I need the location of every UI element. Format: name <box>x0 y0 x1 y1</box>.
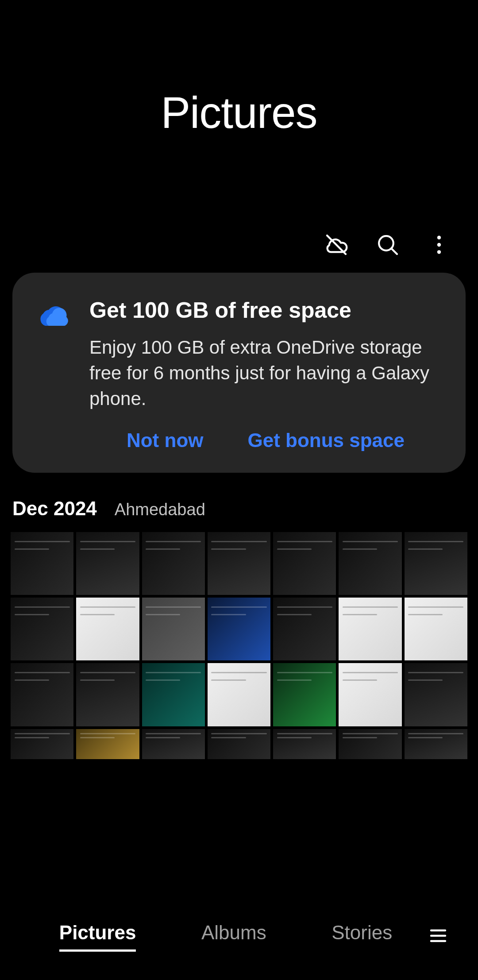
photo-thumbnail[interactable] <box>339 598 401 660</box>
promo-actions: Not now Get bonus space <box>89 429 442 451</box>
photo-thumbnail[interactable] <box>142 663 205 726</box>
photo-thumbnail[interactable] <box>273 532 336 595</box>
photo-thumbnail[interactable] <box>11 663 73 726</box>
nav-tab-pictures[interactable]: Pictures <box>59 922 136 950</box>
onedrive-cloud-icon <box>36 297 72 333</box>
photo-thumbnail[interactable] <box>339 663 401 726</box>
nav-tabs: PicturesAlbumsStories <box>27 922 425 950</box>
promo-body: Get 100 GB of free space Enjoy 100 GB of… <box>89 297 442 451</box>
svg-line-2 <box>391 248 397 254</box>
photo-thumbnail[interactable] <box>405 532 467 595</box>
photo-thumbnail[interactable] <box>273 729 336 759</box>
photo-grid <box>0 532 478 759</box>
hamburger-menu-icon[interactable] <box>425 922 451 949</box>
svg-point-4 <box>437 243 441 247</box>
photo-thumbnail[interactable] <box>76 729 139 759</box>
section-header: Dec 2024 Ahmedabad <box>0 473 478 532</box>
photo-thumbnail[interactable] <box>142 532 205 595</box>
svg-point-3 <box>437 235 441 239</box>
action-row <box>0 225 478 265</box>
photo-thumbnail[interactable] <box>273 663 336 726</box>
photo-thumbnail[interactable] <box>208 598 270 660</box>
promo-description: Enjoy 100 GB of extra OneDrive storage f… <box>89 335 442 412</box>
nav-tab-stories[interactable]: Stories <box>332 922 392 950</box>
nav-tab-albums[interactable]: Albums <box>201 922 266 950</box>
photo-thumbnail[interactable] <box>76 663 139 726</box>
header: Pictures <box>0 0 478 225</box>
bottom-nav: PicturesAlbumsStories <box>0 909 478 962</box>
section-location: Ahmedabad <box>115 500 205 519</box>
photo-thumbnail[interactable] <box>142 729 205 759</box>
photo-thumbnail[interactable] <box>11 532 73 595</box>
photo-thumbnail[interactable] <box>405 729 467 759</box>
photo-thumbnail[interactable] <box>11 598 73 660</box>
search-icon[interactable] <box>375 232 400 257</box>
photo-thumbnail[interactable] <box>405 663 467 726</box>
more-options-icon[interactable] <box>427 232 451 257</box>
page-title: Pictures <box>161 87 317 138</box>
photo-thumbnail[interactable] <box>208 663 270 726</box>
photo-thumbnail[interactable] <box>142 598 205 660</box>
promo-title: Get 100 GB of free space <box>89 297 442 323</box>
get-bonus-space-button[interactable]: Get bonus space <box>247 429 405 451</box>
photo-thumbnail[interactable] <box>208 532 270 595</box>
section-date: Dec 2024 <box>12 498 97 520</box>
svg-point-5 <box>437 250 441 254</box>
not-now-button[interactable]: Not now <box>127 429 204 451</box>
photo-thumbnail[interactable] <box>273 598 336 660</box>
cloud-sync-off-icon[interactable] <box>324 232 349 257</box>
photo-thumbnail[interactable] <box>208 729 270 759</box>
photo-thumbnail[interactable] <box>76 598 139 660</box>
photo-thumbnail[interactable] <box>76 532 139 595</box>
photo-thumbnail[interactable] <box>11 729 73 759</box>
photo-thumbnail[interactable] <box>339 532 401 595</box>
onedrive-promo-card: Get 100 GB of free space Enjoy 100 GB of… <box>12 273 466 473</box>
photo-thumbnail[interactable] <box>405 598 467 660</box>
photo-thumbnail[interactable] <box>339 729 401 759</box>
